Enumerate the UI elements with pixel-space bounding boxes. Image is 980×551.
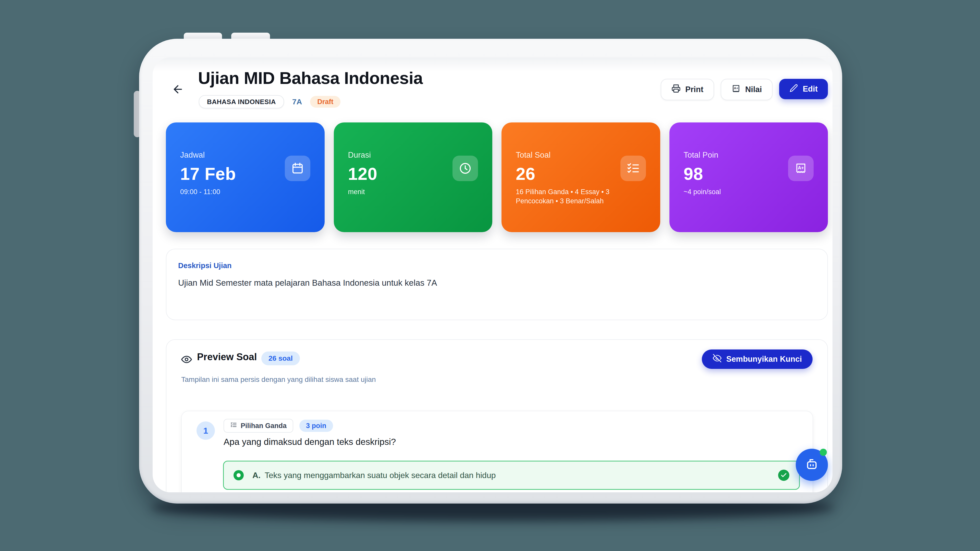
stat-card-total-poin: Total Poin 98 ~4 poin/soal A+: [670, 122, 828, 232]
grade-card-icon: A+: [732, 84, 741, 95]
stat-sub: ~4 poin/soal: [684, 187, 794, 197]
online-status-dot: [820, 449, 827, 456]
app-screen: Ujian MID Bahasa Indonesia BAHASA INDONE…: [153, 57, 832, 492]
hide-answer-key-button[interactable]: Sembunyikan Kunci: [702, 349, 813, 369]
print-button[interactable]: Print: [661, 79, 714, 100]
status-badge: Draft: [310, 96, 340, 108]
header-actions: Print A+ Nilai Edit: [661, 79, 828, 100]
question-type-label: Pilihan Ganda: [241, 422, 286, 430]
edit-label: Edit: [803, 84, 818, 94]
clock-icon: [452, 156, 478, 181]
list-checks-icon: [230, 421, 237, 430]
stat-card-jadwal: Jadwal 17 Feb 09:00 - 11:00: [166, 122, 325, 232]
robot-icon: [803, 456, 820, 474]
correct-check-icon: [778, 470, 789, 481]
eye-icon: [181, 354, 192, 366]
nilai-button[interactable]: A+ Nilai: [721, 79, 773, 100]
edit-button[interactable]: Edit: [779, 79, 828, 99]
page-title: Ujian MID Bahasa Indonesia: [198, 68, 423, 88]
stat-card-durasi: Durasi 120 menit: [334, 122, 493, 232]
question-type-badge: Pilihan Ganda: [224, 419, 293, 433]
stat-card-total-soal: Total Soal 26 16 Pilihan Ganda • 4 Essay…: [501, 122, 660, 232]
answer-option-a[interactable]: A.Teks yang menggambarkan suatu objek se…: [223, 461, 800, 490]
badge-row: BAHASA INDONESIA 7A Draft: [199, 95, 340, 108]
assistant-fab-button[interactable]: [796, 449, 828, 481]
print-label: Print: [685, 85, 703, 94]
description-title: Deskripsi Ujian: [178, 262, 816, 270]
pencil-icon: [789, 84, 798, 94]
preview-card: Preview Soal 26 soal Sembunyikan Kunci T…: [166, 339, 828, 492]
radio-selected-icon: [234, 470, 244, 480]
question-count-badge: 26 soal: [261, 351, 300, 365]
answer-text: A.Teks yang menggambarkan suatu objek se…: [252, 471, 496, 480]
question-number: 1: [197, 421, 215, 440]
scene: Ujian MID Bahasa Indonesia BAHASA INDONE…: [0, 0, 980, 551]
class-badge: 7A: [292, 97, 302, 106]
stat-sub: 16 Pilihan Ganda • 4 Essay • 3 Pencocoka…: [516, 187, 625, 206]
stat-sub: menit: [348, 187, 458, 197]
preview-title: Preview Soal: [197, 351, 257, 362]
svg-text:A+: A+: [734, 86, 738, 90]
stat-sub: 09:00 - 11:00: [180, 187, 290, 197]
printer-icon: [671, 84, 681, 95]
arrow-left-icon: [172, 83, 184, 97]
question-text: Apa yang dimaksud dengan teks deskripsi?: [224, 437, 396, 447]
svg-text:A+: A+: [798, 165, 804, 170]
stat-card-row: Jadwal 17 Feb 09:00 - 11:00 Durasi 120 m…: [166, 122, 828, 232]
description-card: Deskripsi Ujian Ujian Mid Semester mata …: [166, 249, 828, 320]
question-points-badge: 3 poin: [299, 420, 333, 432]
answer-letter: A.: [252, 471, 261, 480]
nilai-label: Nilai: [745, 85, 762, 94]
subject-badge: BAHASA INDONESIA: [199, 95, 284, 108]
calendar-icon: [285, 156, 310, 181]
back-button[interactable]: [171, 83, 185, 97]
answer-body: Teks yang menggambarkan suatu objek seca…: [265, 471, 496, 480]
grade-icon: A+: [788, 156, 814, 181]
question-card: 1 Pilihan Ganda 3 poin Apa yang dimaksud…: [181, 411, 813, 492]
preview-subtitle: Tampilan ini sama persis dengan yang dil…: [181, 375, 376, 384]
eye-off-icon: [713, 354, 722, 365]
question-meta: Pilihan Ganda 3 poin: [224, 419, 333, 433]
description-body: Ujian Mid Semester mata pelajaran Bahasa…: [178, 278, 816, 288]
hide-answer-key-label: Sembunyikan Kunci: [726, 354, 802, 364]
tablet-frame: Ujian MID Bahasa Indonesia BAHASA INDONE…: [139, 39, 842, 503]
checklist-icon: [620, 156, 646, 181]
